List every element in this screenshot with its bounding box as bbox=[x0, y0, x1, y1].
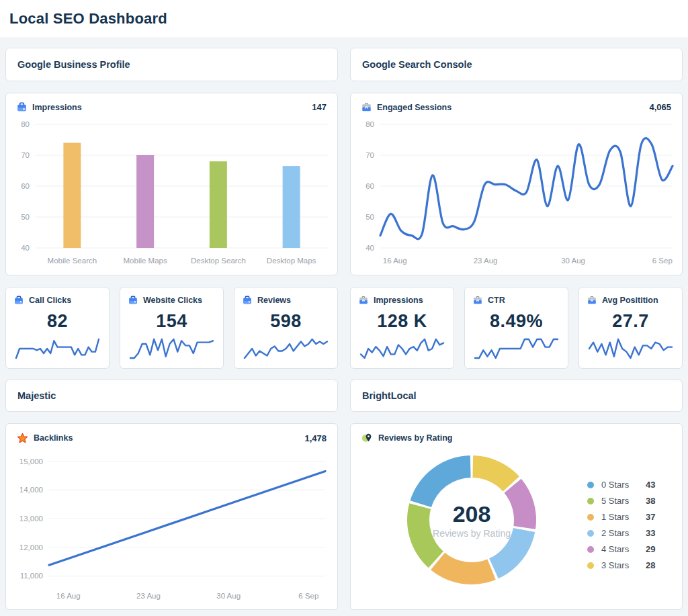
kpi-website-clicks: Website Clicks 154 bbox=[120, 287, 224, 369]
svg-text:70: 70 bbox=[21, 151, 30, 159]
svg-text:16 Aug: 16 Aug bbox=[56, 592, 81, 600]
kpi-label: Reviews bbox=[257, 296, 291, 305]
card-total-value: 4,065 bbox=[649, 102, 671, 112]
svg-text:16 Aug: 16 Aug bbox=[383, 257, 407, 265]
section-label: BrightLocal bbox=[362, 390, 417, 401]
legend-item-5-stars[interactable]: 5 Stars 38 bbox=[587, 496, 655, 506]
google-business-profile-icon bbox=[128, 296, 138, 305]
impressions-card: Impressions 147 4050607080Mobile SearchM… bbox=[5, 93, 338, 275]
kpi-label: Website Clicks bbox=[143, 296, 202, 305]
card-title: Reviews by Rating bbox=[378, 433, 452, 443]
section-google-search-console: Google Search Console bbox=[350, 48, 683, 81]
section-label: Google Business Profile bbox=[17, 59, 130, 70]
svg-text:60: 60 bbox=[366, 182, 374, 190]
kpi-value: 82 bbox=[6, 311, 109, 332]
legend-item-3-stars[interactable]: 3 Stars 28 bbox=[587, 560, 655, 570]
svg-text:80: 80 bbox=[366, 120, 374, 128]
google-business-profile-icon bbox=[17, 102, 27, 112]
legend-item-1-stars[interactable]: 1 Stars 37 bbox=[587, 512, 655, 522]
kpi-sparkline bbox=[120, 335, 223, 363]
kpi-sparkline bbox=[465, 335, 568, 363]
svg-text:40: 40 bbox=[21, 244, 30, 252]
svg-text:60: 60 bbox=[21, 182, 30, 190]
kpi-value: 154 bbox=[120, 311, 223, 332]
donut-legend: 0 Stars 43 5 Stars 38 1 Stars 37 2 Stars… bbox=[587, 480, 655, 570]
section-label: Google Search Console bbox=[362, 59, 472, 70]
svg-text:Desktop Maps: Desktop Maps bbox=[267, 257, 316, 265]
google-search-console-icon bbox=[587, 296, 597, 305]
kpi-label: CTR bbox=[488, 296, 505, 305]
legend-dot bbox=[587, 530, 594, 537]
legend-item-4-stars[interactable]: 4 Stars 29 bbox=[587, 544, 655, 554]
page-title: Local SEO Dashboard bbox=[9, 10, 167, 28]
kpi-impressions: Impressions 128 K bbox=[350, 287, 454, 369]
svg-text:23 Aug: 23 Aug bbox=[136, 592, 161, 600]
svg-text:80: 80 bbox=[21, 120, 30, 128]
legend-item-0-stars[interactable]: 0 Stars 43 bbox=[587, 480, 655, 490]
svg-text:Desktop Search: Desktop Search bbox=[191, 257, 246, 265]
legend-dot bbox=[587, 562, 594, 569]
kpi-label: Avg Positition bbox=[602, 296, 658, 305]
svg-text:13,000: 13,000 bbox=[19, 515, 43, 523]
kpi-label: Impressions bbox=[374, 296, 423, 305]
majestic-star-icon bbox=[17, 433, 28, 443]
svg-text:70: 70 bbox=[366, 151, 374, 159]
svg-text:6 Sep: 6 Sep bbox=[298, 592, 318, 600]
svg-text:12,000: 12,000 bbox=[19, 543, 43, 552]
kpi-value: 27.7 bbox=[579, 311, 682, 332]
legend-dot bbox=[587, 546, 594, 553]
svg-text:30 Aug: 30 Aug bbox=[561, 257, 585, 265]
kpi-sparkline bbox=[6, 335, 109, 363]
impressions-bar-chart: 4050607080Mobile SearchMobile MapsDeskto… bbox=[6, 114, 337, 269]
google-search-console-icon bbox=[473, 296, 482, 305]
section-majestic: Majestic bbox=[5, 380, 338, 412]
svg-text:6 Sep: 6 Sep bbox=[652, 257, 673, 265]
section-brightlocal: BrightLocal bbox=[350, 380, 683, 412]
google-search-console-icon bbox=[361, 102, 372, 112]
kpi-sparkline bbox=[579, 335, 682, 363]
card-total-value: 147 bbox=[312, 102, 327, 112]
kpi-value: 8.49% bbox=[465, 311, 568, 332]
card-title: Engaged Sessions bbox=[377, 103, 452, 112]
kpi-value: 128 K bbox=[351, 311, 454, 332]
svg-text:Mobile Search: Mobile Search bbox=[48, 257, 97, 265]
svg-text:23 Aug: 23 Aug bbox=[474, 257, 498, 265]
svg-text:11,000: 11,000 bbox=[20, 572, 43, 580]
svg-text:15,000: 15,000 bbox=[19, 457, 43, 466]
brightlocal-pin-icon bbox=[361, 433, 373, 443]
backlinks-line-chart: 11,00012,00013,00014,00015,00016 Aug23 A… bbox=[6, 445, 337, 605]
svg-text:30 Aug: 30 Aug bbox=[216, 592, 241, 600]
legend-dot bbox=[587, 514, 594, 521]
svg-text:50: 50 bbox=[21, 213, 30, 221]
kpi-sparkline bbox=[234, 335, 337, 363]
engaged-sessions-line-chart: 405060708016 Aug23 Aug30 Aug6 Sep bbox=[351, 114, 682, 269]
svg-text:Mobile Maps: Mobile Maps bbox=[124, 257, 167, 265]
kpi-sparkline bbox=[351, 335, 454, 363]
backlinks-card: Backlinks 1,478 11,00012,00013,00014,000… bbox=[5, 423, 338, 610]
page-header: Local SEO Dashboard bbox=[0, 0, 688, 38]
google-business-profile-icon bbox=[243, 296, 252, 305]
kpi-value: 598 bbox=[234, 311, 337, 332]
kpi-reviews: Reviews 598 bbox=[234, 287, 338, 369]
section-google-business-profile: Google Business Profile bbox=[5, 48, 338, 81]
legend-item-2-stars[interactable]: 2 Stars 33 bbox=[587, 528, 655, 538]
svg-text:40: 40 bbox=[366, 244, 374, 252]
local-seo-dashboard: Local SEO Dashboard Google Business Prof… bbox=[0, 0, 688, 616]
card-title: Backlinks bbox=[34, 433, 73, 443]
kpi-ctr: CTR 8.49% bbox=[464, 287, 568, 369]
kpi-call-clicks: Call Clicks 82 bbox=[5, 287, 110, 369]
kpi-label: Call Clicks bbox=[29, 296, 71, 305]
kpi-avg-position: Avg Positition 27.7 bbox=[578, 287, 683, 369]
reviews-by-rating-card: Reviews by Rating 208 Reviews by Rating … bbox=[350, 423, 683, 610]
google-search-console-icon bbox=[359, 296, 368, 305]
card-title: Impressions bbox=[32, 103, 82, 112]
svg-text:14,000: 14,000 bbox=[19, 486, 43, 494]
engaged-sessions-card: Engaged Sessions 4,065 405060708016 Aug2… bbox=[350, 93, 683, 275]
google-business-profile-icon bbox=[14, 296, 24, 305]
section-label: Majestic bbox=[17, 390, 56, 401]
svg-text:50: 50 bbox=[366, 213, 374, 221]
legend-dot bbox=[587, 482, 594, 488]
card-total-value: 1,478 bbox=[304, 433, 327, 443]
legend-dot bbox=[587, 498, 594, 504]
